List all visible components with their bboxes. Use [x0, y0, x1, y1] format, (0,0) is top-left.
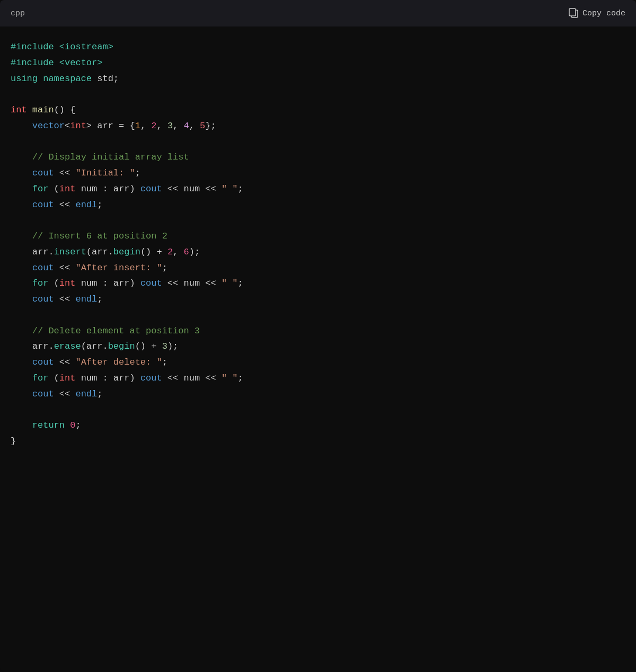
svg-rect-1 — [569, 8, 576, 16]
copy-code-button[interactable]: Copy code — [569, 8, 625, 19]
code-header: cpp Copy code — [0, 0, 636, 26]
code-block: cpp Copy code #include <iostream> #inclu… — [0, 0, 636, 672]
copy-icon — [569, 8, 578, 19]
language-label: cpp — [11, 9, 25, 18]
code-content: #include <iostream> #include <vector> us… — [11, 39, 625, 449]
code-body: #include <iostream> #include <vector> us… — [0, 26, 636, 471]
copy-label: Copy code — [582, 9, 625, 18]
